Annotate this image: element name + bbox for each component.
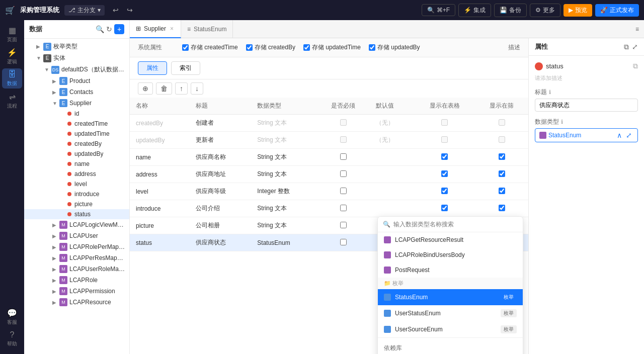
integrate-button[interactable]: ⚡ 集成 bbox=[458, 4, 491, 17]
tree-item-field-updatedby[interactable]: updatedBy bbox=[24, 149, 129, 159]
branch-selector[interactable]: ⎇ 主分支 ▾ bbox=[64, 5, 105, 16]
field-showother-cell[interactable] bbox=[475, 200, 528, 217]
copy-panel-button[interactable]: ⧉ bbox=[624, 43, 629, 51]
tree-item-product[interactable]: ▶ E Product bbox=[24, 75, 129, 86]
field-showtable-cell[interactable] bbox=[414, 200, 475, 217]
tree-item-supplier[interactable]: ▼ E Supplier bbox=[24, 98, 129, 109]
tree-item-field-id[interactable]: id bbox=[24, 109, 129, 119]
field-showother-cell[interactable] bbox=[475, 166, 528, 183]
sidebar-item-label: 流程 bbox=[7, 103, 17, 110]
datatype-arrow-button[interactable]: ⤢ bbox=[624, 131, 633, 139]
add-field-button[interactable]: ⊕ bbox=[138, 82, 153, 95]
add-entity-button[interactable]: + bbox=[114, 24, 124, 34]
field-required-cell[interactable] bbox=[317, 234, 370, 251]
tree-item-lcappermission[interactable]: ▶ M LCAPPermission bbox=[24, 286, 129, 297]
title-label: 标题 ℹ bbox=[535, 88, 638, 97]
datatype-expand-button[interactable]: ∧ bbox=[615, 131, 623, 139]
tree-item-field-status[interactable]: status bbox=[24, 209, 129, 219]
field-showtable-cell[interactable] bbox=[414, 166, 475, 183]
tree-item-contacts[interactable]: ▶ E Contacts bbox=[24, 86, 129, 98]
sort-up-button[interactable]: ↑ bbox=[175, 82, 188, 95]
tree-item-defaultds[interactable]: ▼ DS defaultDS（默认数据源） bbox=[24, 64, 129, 75]
field-name-label: status bbox=[546, 62, 564, 70]
field-required-cell[interactable] bbox=[317, 200, 370, 217]
sidebar-item-flow[interactable]: ⇌ 流程 bbox=[2, 91, 22, 111]
field-showother-cell[interactable] bbox=[475, 149, 528, 166]
tree-label: updatedTime bbox=[74, 130, 110, 137]
tree-item-field-introduce[interactable]: introduce bbox=[24, 189, 129, 199]
tab-label: Supplier bbox=[144, 25, 166, 32]
checkbox-createdtime[interactable]: 存储 createdTime bbox=[182, 43, 238, 52]
checkbox-updatedby[interactable]: 存储 updatedBy bbox=[369, 43, 420, 52]
more-button[interactable]: ⚙ 更多 bbox=[530, 4, 560, 17]
sidebar-item-page[interactable]: ▦ 页面 bbox=[2, 24, 22, 44]
tab-properties[interactable]: 属性 bbox=[138, 61, 167, 75]
title-input[interactable] bbox=[535, 99, 638, 112]
field-icon bbox=[67, 212, 71, 216]
tree-item-field-createdtime[interactable]: createdTime bbox=[24, 119, 129, 129]
tree-item-field-createdby[interactable]: createdBy bbox=[24, 139, 129, 149]
publish-button[interactable]: 🚀 正式发布 bbox=[595, 4, 639, 17]
tree-item-lcaprole[interactable]: ▶ M LCAPRolePerMapping bbox=[24, 241, 129, 252]
sidebar-item-logic[interactable]: ⚡ 逻辑 bbox=[2, 46, 22, 66]
tree-arrow: ▶ bbox=[52, 233, 59, 239]
tree-item-lcapuserrole[interactable]: ▶ M LCAPUserRoleMapping bbox=[24, 263, 129, 275]
mapping-icon: M bbox=[59, 232, 67, 240]
tab-supplier[interactable]: ⊞ Supplier × bbox=[130, 20, 181, 38]
mapping-icon: M bbox=[59, 254, 67, 262]
field-default-cell bbox=[370, 200, 414, 217]
sidebar-item-help[interactable]: ? 帮助 bbox=[2, 329, 22, 349]
enum-icon: E bbox=[43, 43, 51, 51]
checkbox-input[interactable] bbox=[246, 44, 253, 51]
sidebar-item-data[interactable]: 🗄 数据 bbox=[2, 68, 22, 88]
search-button[interactable]: 🔍 ⌘+F bbox=[422, 4, 455, 16]
search-panel-button[interactable]: 🔍 bbox=[96, 24, 104, 34]
field-showtable-cell[interactable] bbox=[414, 149, 475, 166]
field-required-cell[interactable] bbox=[317, 149, 370, 166]
settings-icon: ⚙ bbox=[535, 7, 541, 14]
tree-item-lcaplogic[interactable]: ▶ M LCAPLogicViewMapping bbox=[24, 219, 129, 230]
tabs-more-button[interactable]: ≡ bbox=[630, 26, 644, 33]
tree-label: LCAPPerResMapping bbox=[69, 254, 125, 261]
tree-item-field-updatedtime[interactable]: updatedTime bbox=[24, 129, 129, 139]
expand-panel-button[interactable]: ⤢ bbox=[632, 43, 638, 51]
tree-item-lcapper[interactable]: ▶ M LCAPPerResMapping bbox=[24, 252, 129, 263]
field-required-cell[interactable] bbox=[317, 217, 370, 234]
checkbox-createdby[interactable]: 存储 createdBy bbox=[246, 43, 295, 52]
copy-field-button[interactable]: ⧉ bbox=[633, 62, 638, 70]
tree-item-lcapresource[interactable]: ▶ M LCAPResource bbox=[24, 297, 129, 308]
checkbox-input[interactable] bbox=[182, 44, 189, 51]
tree-item-lcaproleonly[interactable]: ▶ M LCAPRole bbox=[24, 275, 129, 286]
tree-item-field-level[interactable]: level bbox=[24, 179, 129, 189]
tree-item-entity-group[interactable]: ▼ E 实体 bbox=[24, 52, 129, 64]
field-required-cell[interactable] bbox=[317, 166, 370, 183]
checkbox-updatedtime[interactable]: 存储 updatedTime bbox=[303, 43, 361, 52]
tab-close-button[interactable]: × bbox=[169, 25, 175, 32]
field-showtable-cell[interactable] bbox=[414, 183, 475, 200]
tree-item-field-picture[interactable]: picture bbox=[24, 199, 129, 209]
preview-button[interactable]: ▶ 预览 bbox=[564, 4, 592, 17]
undo-button[interactable]: ↩ bbox=[110, 5, 122, 15]
tab-index[interactable]: 索引 bbox=[171, 61, 200, 75]
sort-down-button[interactable]: ↓ bbox=[191, 82, 203, 95]
sidebar-item-customer[interactable]: 💬 客服 bbox=[2, 307, 22, 327]
tab-statusenum[interactable]: ≡ StatusEnum bbox=[181, 20, 233, 38]
tree-item-field-name[interactable]: name bbox=[24, 159, 129, 169]
refresh-panel-button[interactable]: ↻ bbox=[106, 24, 112, 34]
checkbox-input[interactable] bbox=[369, 44, 375, 51]
field-required-cell[interactable] bbox=[317, 183, 370, 200]
field-showother-cell[interactable] bbox=[475, 183, 528, 200]
checkbox-input[interactable] bbox=[303, 44, 310, 51]
datatype-select[interactable]: StatusEnum ∧ ⤢ bbox=[535, 128, 638, 142]
tree-label: picture bbox=[74, 201, 93, 208]
tree-item-enum-group[interactable]: ▶ E 枚举类型 bbox=[24, 41, 129, 52]
redo-button[interactable]: ↪ bbox=[124, 5, 136, 15]
delete-field-button[interactable]: 🗑 bbox=[156, 82, 172, 95]
tree-item-field-address[interactable]: address bbox=[24, 169, 129, 179]
backup-button[interactable]: 💾 备份 bbox=[494, 4, 527, 17]
tree-item-lcapuser[interactable]: ▶ M LCAPUser bbox=[24, 230, 129, 241]
tree-label: LCAPRole bbox=[69, 277, 98, 284]
mapping-icon: M bbox=[59, 221, 67, 229]
col-default: 默认值 bbox=[370, 98, 414, 115]
checkbox-label: 存储 createdTime bbox=[191, 43, 238, 52]
